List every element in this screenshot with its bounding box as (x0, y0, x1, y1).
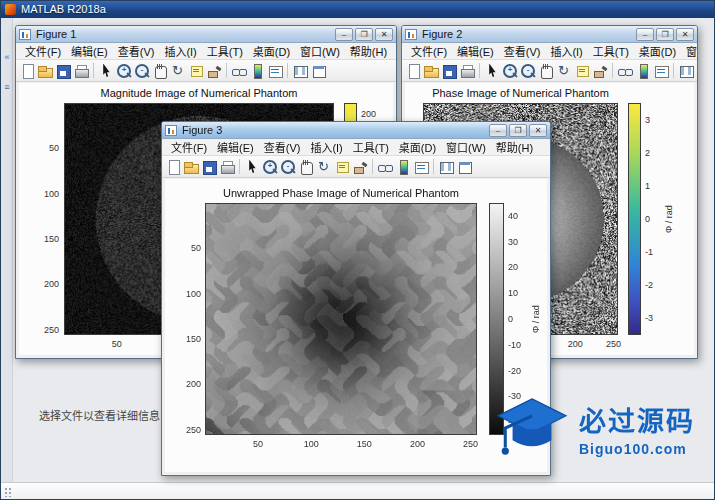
figure2-toolbar (402, 60, 697, 82)
zoom-out-icon[interactable] (520, 63, 536, 79)
minimize-button[interactable]: – (489, 124, 507, 137)
dock-figure-icon[interactable] (456, 159, 472, 175)
menu-item-4[interactable]: 工具(T) (348, 139, 394, 156)
menu-item-6[interactable]: 窗口(W) (295, 43, 345, 60)
zoom-out-icon[interactable] (280, 159, 296, 175)
statusbar-grip[interactable] (4, 487, 13, 497)
close-button[interactable]: ✕ (676, 28, 694, 41)
new-doc-icon[interactable] (19, 63, 35, 79)
menu-item-6[interactable]: 窗口(W) (681, 43, 697, 60)
toolbar-separator (433, 159, 434, 174)
brush-icon[interactable] (592, 63, 608, 79)
menu-item-1[interactable]: 编辑(E) (66, 43, 113, 60)
menu-item-6[interactable]: 窗口(W) (441, 139, 491, 156)
menu-item-5[interactable]: 桌面(D) (394, 139, 441, 156)
tick-label: 30 (508, 237, 518, 247)
open-folder-icon[interactable] (37, 63, 53, 79)
figure1-titlebar[interactable]: Figure 1 – ❐ ✕ (16, 26, 396, 43)
rotate-3d-icon[interactable] (170, 63, 186, 79)
brush-icon[interactable] (352, 159, 368, 175)
matlab-main-window: MATLAB R2018a ✕ « ≡ 选择文件以查看详细信息 Figure 1… (0, 0, 715, 500)
insert-colorbar-icon[interactable] (395, 159, 411, 175)
menu-item-4[interactable]: 工具(T) (202, 43, 248, 60)
rotate-3d-icon[interactable] (316, 159, 332, 175)
save-icon[interactable] (441, 63, 457, 79)
print-icon[interactable] (73, 63, 89, 79)
pan-icon[interactable] (298, 159, 314, 175)
pan-icon[interactable] (538, 63, 554, 79)
data-cursor-icon[interactable] (188, 63, 204, 79)
menu-item-5[interactable]: 桌面(D) (634, 43, 681, 60)
dock-figure-icon[interactable] (310, 63, 326, 79)
edit-cursor-icon[interactable] (98, 63, 114, 79)
edit-cursor-icon[interactable] (484, 63, 500, 79)
menu-item-7[interactable]: 帮助(H) (345, 43, 392, 60)
menu-item-0[interactable]: 文件(F) (406, 43, 452, 60)
plot-tools-icon[interactable] (678, 63, 694, 79)
menu-item-3[interactable]: 插入(I) (159, 43, 201, 60)
minimize-button[interactable]: – (636, 28, 654, 41)
menu-item-5[interactable]: 桌面(D) (248, 43, 295, 60)
insert-colorbar-icon[interactable] (249, 63, 265, 79)
menu-item-0[interactable]: 文件(F) (20, 43, 66, 60)
tick-label: 250 (186, 425, 201, 435)
insert-legend-icon[interactable] (413, 159, 429, 175)
figure-window-icon (19, 29, 31, 40)
figure3-titlebar[interactable]: Figure 3 – ❐ ✕ (162, 122, 550, 139)
open-folder-icon[interactable] (183, 159, 199, 175)
figure3-window[interactable]: Figure 3 – ❐ ✕ 文件(F)编辑(E)查看(V)插入(I)工具(T)… (161, 121, 551, 476)
save-icon[interactable] (55, 63, 71, 79)
maximize-button[interactable]: ❐ (509, 124, 527, 137)
data-cursor-icon[interactable] (574, 63, 590, 79)
open-folder-icon[interactable] (423, 63, 439, 79)
save-icon[interactable] (201, 159, 217, 175)
print-icon[interactable] (219, 159, 235, 175)
figure2-titlebar[interactable]: Figure 2 – ❐ ✕ (402, 26, 697, 43)
link-plots-icon[interactable] (231, 63, 247, 79)
y-axis-ticks: 50100150200250 (35, 103, 61, 335)
menu-item-3[interactable]: 插入(I) (545, 43, 587, 60)
edit-cursor-icon[interactable] (244, 159, 260, 175)
close-button[interactable]: ✕ (375, 28, 393, 41)
data-cursor-icon[interactable] (334, 159, 350, 175)
menu-item-2[interactable]: 查看(V) (259, 139, 306, 156)
figure-window-icon (405, 29, 417, 40)
new-doc-icon[interactable] (405, 63, 421, 79)
print-icon[interactable] (459, 63, 475, 79)
colorbar (489, 203, 504, 435)
zoom-in-icon[interactable] (502, 63, 518, 79)
insert-colorbar-icon[interactable] (635, 63, 651, 79)
menu-item-7[interactable]: 帮助(H) (491, 139, 538, 156)
plot-tools-icon[interactable] (438, 159, 454, 175)
panel-list-icon[interactable]: ≡ (2, 82, 12, 92)
zoom-in-icon[interactable] (262, 159, 278, 175)
menu-item-1[interactable]: 编辑(E) (452, 43, 499, 60)
rotate-3d-icon[interactable] (556, 63, 572, 79)
panel-collapse-icon[interactable]: « (2, 52, 12, 62)
insert-legend-icon[interactable] (653, 63, 669, 79)
brush-icon[interactable] (206, 63, 222, 79)
new-doc-icon[interactable] (165, 159, 181, 175)
minimize-button[interactable]: – (335, 28, 353, 41)
pan-icon[interactable] (152, 63, 168, 79)
menu-item-2[interactable]: 查看(V) (499, 43, 546, 60)
link-plots-icon[interactable] (377, 159, 393, 175)
main-titlebar[interactable]: MATLAB R2018a (1, 1, 714, 18)
link-plots-icon[interactable] (617, 63, 633, 79)
figure2-title: Figure 2 (422, 28, 636, 40)
close-button[interactable]: ✕ (529, 124, 547, 137)
zoom-out-icon[interactable] (134, 63, 150, 79)
maximize-button[interactable]: ❐ (656, 28, 674, 41)
menu-item-0[interactable]: 文件(F) (166, 139, 212, 156)
zoom-in-icon[interactable] (116, 63, 132, 79)
plot-tools-icon[interactable] (292, 63, 308, 79)
menu-item-4[interactable]: 工具(T) (588, 43, 634, 60)
menu-item-3[interactable]: 插入(I) (305, 139, 347, 156)
tick-label: 200 (361, 109, 376, 119)
maximize-button[interactable]: ❐ (355, 28, 373, 41)
tick-label: 50 (49, 143, 59, 153)
dock-figure-icon[interactable] (696, 63, 697, 79)
insert-legend-icon[interactable] (267, 63, 283, 79)
menu-item-2[interactable]: 查看(V) (113, 43, 160, 60)
menu-item-1[interactable]: 编辑(E) (212, 139, 259, 156)
